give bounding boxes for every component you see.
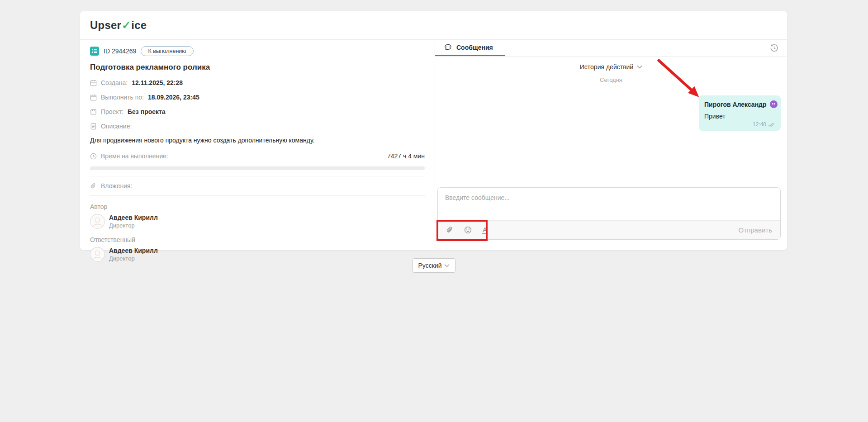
responsible-role: Директор	[109, 255, 158, 262]
chat-message: Пирогов Александр Привет 12:40	[699, 95, 781, 131]
chevron-down-icon	[444, 264, 450, 267]
project-label: Проект:	[101, 108, 123, 115]
language-selector[interactable]: Русский	[413, 258, 456, 273]
document-icon	[90, 123, 97, 130]
created-value: 12.11.2025, 22:28	[132, 79, 183, 86]
input-toolbar: A Отправить	[438, 220, 780, 239]
formatting-toolbar: A	[446, 226, 488, 234]
description-label: Описание:	[101, 123, 132, 130]
time-value: 7427 ч 4 мин	[387, 152, 425, 160]
day-divider: Сегодня	[600, 76, 622, 83]
app-header: Upser✓ice	[80, 11, 787, 40]
author-person: Авдеев Кирилл Директор	[90, 214, 425, 229]
message-text: Привет	[704, 113, 775, 120]
responsible-section-label: Ответственный	[90, 236, 425, 243]
attach-file-icon[interactable]	[446, 226, 454, 234]
send-button[interactable]: Отправить	[739, 226, 772, 234]
created-label: Создана:	[101, 79, 128, 86]
author-section-label: Автор	[90, 203, 425, 210]
task-id: ID 2944269	[104, 47, 136, 55]
author-info: Авдеев Кирилл Директор	[109, 214, 158, 229]
time-progress-bar	[90, 166, 425, 170]
history-dropdown[interactable]: История действий	[580, 63, 642, 71]
project-icon	[90, 109, 97, 115]
chat-panel: Сообщения История действий Сегодня Пирог…	[435, 40, 787, 250]
calendar-icon	[90, 94, 97, 101]
text-format-icon[interactable]: A	[482, 226, 488, 234]
chat-message-area: История действий Сегодня Пирогов Алексан…	[435, 57, 787, 187]
logo-text-suffix: ice	[131, 19, 147, 31]
divider	[90, 176, 425, 176]
calendar-icon	[90, 80, 97, 86]
logo-text-prefix: Upser	[90, 19, 121, 31]
avatar	[90, 247, 105, 262]
task-id-row: ID 2944269 К выполнению	[90, 46, 425, 56]
responsible-name: Авдеев Кирилл	[109, 247, 158, 254]
message-header: Пирогов Александр	[704, 100, 775, 108]
double-check-icon	[768, 122, 775, 127]
messenger-source-icon	[770, 100, 778, 108]
tab-messages-label: Сообщения	[456, 44, 493, 51]
project-value: Без проекта	[128, 108, 166, 115]
paperclip-icon	[90, 183, 97, 190]
language-label: Русский	[418, 262, 442, 269]
task-title: Подготовка рекламного ролика	[90, 63, 425, 72]
due-label: Выполнить по:	[101, 94, 144, 101]
logo-check-icon: ✓	[121, 19, 131, 31]
responsible-info: Авдеев Кирилл Директор	[109, 247, 158, 262]
clock-icon	[90, 153, 97, 160]
tab-messages[interactable]: Сообщения	[435, 40, 505, 56]
attachments-row: Вложения:	[90, 182, 425, 196]
attachments-label: Вложения:	[101, 182, 132, 190]
message-input-container: A Отправить	[437, 187, 781, 240]
avatar	[90, 214, 105, 229]
chat-tab-bar: Сообщения	[435, 40, 787, 57]
chat-bubble-icon	[444, 43, 452, 51]
history-dropdown-label: История действий	[580, 63, 633, 71]
message-sender: Пирогов Александр	[704, 101, 767, 108]
author-name: Авдеев Кирилл	[109, 214, 158, 221]
message-meta: 12:40	[704, 121, 775, 128]
upservice-logo: Upser✓ice	[90, 19, 147, 32]
time-row: Время на выполнение: 7427 ч 4 мин	[90, 152, 425, 160]
project-row: Проект: Без проекта	[90, 108, 425, 115]
emoji-icon[interactable]	[464, 226, 472, 234]
time-label: Время на выполнение:	[101, 152, 168, 160]
card-body: ID 2944269 К выполнению Подготовка рекла…	[80, 40, 787, 250]
chevron-down-icon	[637, 65, 642, 69]
responsible-person: Авдеев Кирилл Директор	[90, 247, 425, 262]
task-list-icon	[90, 47, 99, 56]
description-row: Описание:	[90, 123, 425, 130]
message-input[interactable]	[438, 188, 780, 220]
author-role: Директор	[109, 222, 158, 229]
due-row: Выполнить по: 18.09.2026, 23:45	[90, 94, 425, 101]
task-details-panel: ID 2944269 К выполнению Подготовка рекла…	[80, 40, 435, 250]
status-badge[interactable]: К выполнению	[141, 46, 193, 56]
due-value: 18.09.2026, 23:45	[148, 94, 199, 101]
created-row: Создана: 12.11.2025, 22:28	[90, 79, 425, 86]
history-icon[interactable]	[769, 43, 779, 53]
task-card: Upser✓ice ID 2944269 К выполнению Подгот…	[80, 11, 787, 250]
description-text: Для продвижения нового продукта нужно со…	[90, 137, 425, 144]
message-time: 12:40	[753, 121, 766, 128]
